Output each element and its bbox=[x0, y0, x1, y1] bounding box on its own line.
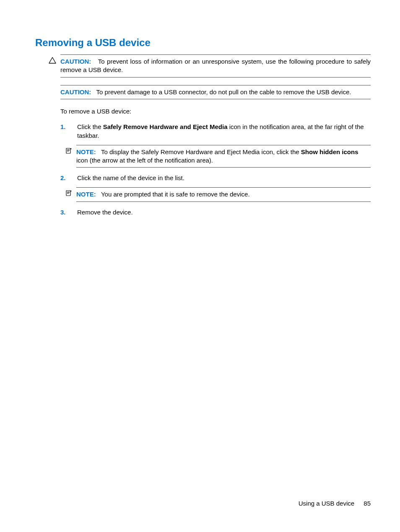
note-1-bold: Show hidden icons bbox=[301, 148, 358, 155]
caution-icon bbox=[49, 57, 56, 64]
caution-text-1: CAUTION: To prevent loss of information … bbox=[60, 54, 371, 77]
footer-page-number: 85 bbox=[364, 500, 371, 507]
page-footer: Using a USB device 85 bbox=[299, 500, 371, 507]
step-1: Click the Safely Remove Hardware and Eje… bbox=[60, 122, 371, 168]
note-block-1: NOTE: To display the Safely Remove Hardw… bbox=[66, 145, 371, 168]
step-2: Click the name of the device in the list… bbox=[60, 173, 371, 201]
document-page: Removing a USB device CAUTION: To preven… bbox=[0, 0, 400, 532]
section-heading: Removing a USB device bbox=[35, 37, 371, 49]
steps-list: Click the Safely Remove Hardware and Eje… bbox=[60, 122, 371, 217]
step-3-text: Remove the device. bbox=[77, 209, 133, 216]
caution-block-1: CAUTION: To prevent loss of information … bbox=[60, 54, 371, 77]
step-2-text: Click the name of the device in the list… bbox=[77, 174, 184, 181]
caution-label: CAUTION: bbox=[60, 58, 91, 65]
step-3: Remove the device. bbox=[60, 208, 371, 217]
caution-text-2: CAUTION: To prevent damage to a USB conn… bbox=[60, 85, 371, 99]
note-text-1: NOTE: To display the Safely Remove Hardw… bbox=[76, 145, 371, 168]
note-label: NOTE: bbox=[76, 148, 96, 155]
caution-body: To prevent loss of information or an unr… bbox=[60, 58, 371, 73]
step-1-pre: Click the bbox=[77, 123, 103, 130]
note-icon bbox=[65, 190, 72, 196]
note-label: NOTE: bbox=[76, 191, 96, 198]
caution-block-2: CAUTION: To prevent damage to a USB conn… bbox=[60, 85, 371, 99]
note-2-body: You are prompted that it is safe to remo… bbox=[101, 191, 250, 198]
note-text-2: NOTE: You are prompted that it is safe t… bbox=[76, 187, 371, 201]
note-1-post: icon (the arrow at the left of the notif… bbox=[76, 157, 213, 164]
intro-text: To remove a USB device: bbox=[60, 107, 371, 116]
note-1-pre: To display the Safely Remove Hardware an… bbox=[101, 148, 301, 155]
svg-rect-1 bbox=[66, 191, 70, 196]
note-block-2: NOTE: You are prompted that it is safe t… bbox=[66, 187, 371, 201]
caution-body: To prevent damage to a USB connector, do… bbox=[96, 88, 351, 96]
svg-rect-0 bbox=[66, 148, 70, 153]
body-content: CAUTION: To prevent loss of information … bbox=[60, 54, 371, 217]
caution-label: CAUTION: bbox=[60, 88, 91, 96]
step-1-bold: Safely Remove Hardware and Eject Media bbox=[103, 123, 228, 130]
footer-chapter: Using a USB device bbox=[299, 500, 354, 507]
note-icon bbox=[65, 147, 72, 154]
